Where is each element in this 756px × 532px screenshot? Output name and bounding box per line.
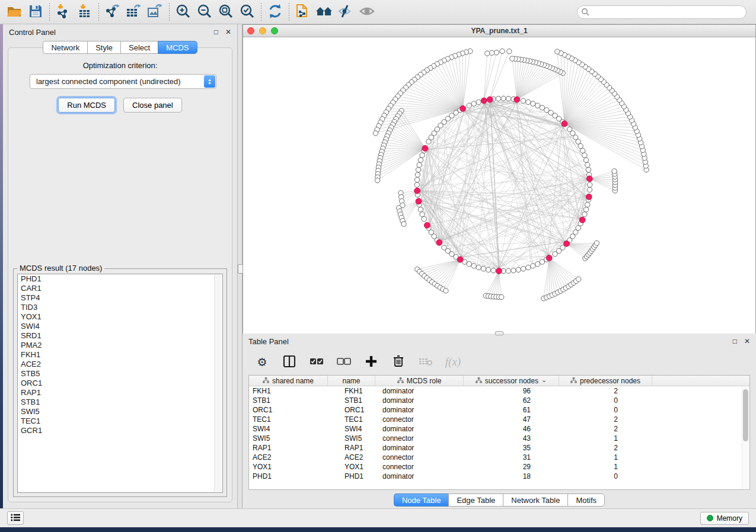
table-row[interactable]: RAP1RAP1dominator352	[249, 443, 749, 453]
open-file-button[interactable]	[4, 2, 25, 22]
network-node[interactable]	[418, 158, 423, 162]
network-node[interactable]	[401, 222, 406, 226]
network-node[interactable]	[582, 153, 587, 158]
mcds-result-item[interactable]: STB1	[18, 398, 222, 407]
refresh-button[interactable]	[264, 2, 286, 22]
network-node[interactable]	[594, 241, 599, 245]
tab-style[interactable]: Style	[87, 41, 120, 54]
table-scrollbar[interactable]	[742, 387, 749, 489]
mcds-node[interactable]	[481, 98, 487, 104]
table-row[interactable]: ACE2ACE2connector311	[249, 453, 749, 462]
network-node[interactable]	[500, 49, 505, 53]
network-node[interactable]	[583, 158, 588, 162]
network-node[interactable]	[506, 96, 511, 101]
network-node[interactable]	[535, 261, 540, 266]
network-node[interactable]	[583, 207, 588, 212]
network-node[interactable]	[521, 98, 525, 103]
mcds-node[interactable]	[436, 239, 442, 245]
network-node[interactable]	[540, 105, 544, 110]
table-row[interactable]: TEC1TEC1connector472	[249, 415, 749, 424]
search-input[interactable]	[577, 5, 747, 19]
close-panel-button[interactable]: Close panel	[123, 98, 182, 113]
tab-network-table[interactable]: Network Table	[503, 493, 567, 507]
network-node[interactable]	[540, 259, 544, 264]
mcds-node[interactable]	[487, 97, 493, 102]
function-builder-button[interactable]: f(x)	[445, 354, 461, 370]
column-header-shared-name[interactable]: shared name	[249, 376, 328, 386]
show-columns-button[interactable]	[282, 354, 297, 370]
network-canvas[interactable]	[243, 37, 755, 334]
table-row[interactable]: PHD1PHD1dominator180	[249, 472, 749, 481]
network-node[interactable]	[580, 148, 585, 153]
mcds-node[interactable]	[422, 145, 428, 151]
network-node[interactable]	[535, 103, 540, 108]
table-settings-button[interactable]: ⚙	[254, 354, 270, 370]
network-node[interactable]	[422, 216, 426, 221]
network-node[interactable]	[511, 268, 516, 273]
network-node[interactable]	[418, 207, 423, 212]
network-node[interactable]	[506, 268, 511, 273]
mcds-node[interactable]	[460, 105, 466, 111]
network-node[interactable]	[420, 153, 425, 158]
column-header-successor-nodes[interactable]: successor nodes⌄	[464, 376, 559, 386]
network-node[interactable]	[373, 131, 378, 136]
export-network-button[interactable]	[102, 2, 123, 22]
tab-motifs[interactable]: Motifs	[567, 493, 605, 507]
mcds-result-item[interactable]: SWI4	[18, 322, 222, 331]
mcds-result-item[interactable]: SRD1	[18, 331, 222, 341]
close-panel-icon[interactable]: ✕	[225, 28, 231, 36]
network-node[interactable]	[416, 167, 420, 172]
zoom-fit-button[interactable]	[215, 2, 237, 22]
mcds-result-item[interactable]: PMA2	[18, 341, 222, 350]
zoom-in-button[interactable]	[173, 2, 194, 22]
network-node[interactable]	[426, 139, 431, 144]
network-node[interactable]	[417, 162, 422, 167]
export-image-button[interactable]	[145, 2, 166, 22]
float-panel-icon[interactable]: □	[733, 338, 737, 345]
mcds-node[interactable]	[586, 194, 592, 200]
network-node[interactable]	[486, 267, 490, 272]
column-header-predecessor-nodes[interactable]: predecessor nodes	[559, 376, 652, 386]
network-node[interactable]	[531, 101, 535, 106]
network-node[interactable]	[576, 226, 580, 230]
mcds-node[interactable]	[579, 217, 585, 223]
network-node[interactable]	[510, 56, 515, 61]
network-node[interactable]	[544, 108, 549, 113]
mcds-result-item[interactable]: STB5	[18, 369, 222, 379]
criterion-dropdown[interactable]: largest connected component (undirected)…	[30, 74, 216, 89]
network-node[interactable]	[499, 294, 503, 299]
network-node[interactable]	[526, 265, 531, 270]
mcds-result-item[interactable]: CAR1	[18, 284, 222, 293]
network-node[interactable]	[471, 101, 476, 106]
network-node[interactable]	[567, 127, 572, 132]
tab-network[interactable]: Network	[43, 41, 87, 54]
tab-node-table[interactable]: Node Table	[394, 493, 449, 507]
network-node[interactable]	[485, 51, 490, 56]
mcds-node[interactable]	[496, 268, 502, 274]
delete-column-button[interactable]	[391, 354, 406, 370]
zoom-selected-button[interactable]	[237, 2, 258, 22]
table-scrollbar-thumb[interactable]	[743, 389, 748, 441]
network-node[interactable]	[491, 268, 496, 273]
mcds-result-item[interactable]: YOX1	[18, 312, 222, 322]
network-node[interactable]	[420, 212, 425, 217]
mcds-result-item[interactable]: STP4	[18, 293, 222, 303]
tab-select[interactable]: Select	[120, 41, 158, 54]
delete-table-button[interactable]	[418, 354, 433, 370]
deselect-all-button[interactable]	[336, 354, 352, 370]
network-node[interactable]	[467, 103, 471, 108]
network-node[interactable]	[494, 50, 499, 55]
horizontal-splitter-grip[interactable]	[495, 331, 503, 335]
table-row[interactable]: SWI5SWI5connector431	[249, 434, 749, 443]
table-row[interactable]: FKH1FKH1dominator962	[249, 386, 749, 396]
network-node[interactable]	[444, 289, 448, 293]
network-node[interactable]	[501, 96, 506, 101]
save-session-button[interactable]	[25, 2, 46, 22]
mcds-result-item[interactable]: TID3	[18, 303, 222, 312]
mcds-node[interactable]	[562, 121, 567, 127]
import-network-button[interactable]	[53, 2, 74, 22]
network-node[interactable]	[612, 169, 617, 174]
import-table-button[interactable]	[74, 2, 95, 22]
select-all-button[interactable]	[309, 354, 324, 370]
mcds-node[interactable]	[416, 198, 422, 204]
